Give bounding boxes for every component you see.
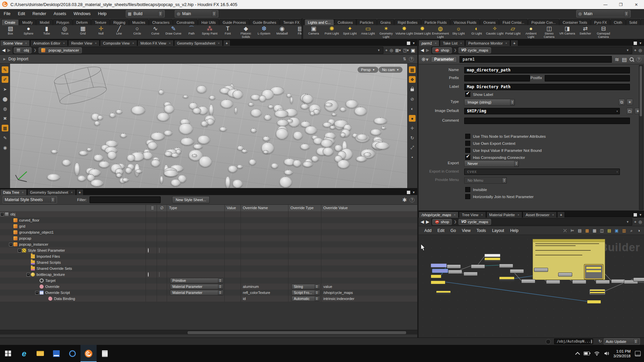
checkbox-icon[interactable] [465, 194, 470, 199]
tree-row[interactable]: −obj [0, 211, 417, 217]
vop-node-24[interactable] [590, 289, 605, 295]
vop-node-4[interactable] [436, 291, 451, 294]
start-button[interactable] [0, 345, 16, 362]
override-type-select[interactable]: Automatic▲▼ [291, 296, 320, 301]
pane-tab-performance-monitor[interactable]: Performance Monitor× [465, 40, 510, 46]
export-context-field[interactable]: cvex▾ [464, 169, 620, 175]
shelf-tab-populate-con[interactable]: Populate Con... [528, 19, 559, 25]
taskbar-edge[interactable]: e [16, 345, 32, 362]
sliders-icon[interactable]: ≋ [614, 56, 619, 63]
help-icon[interactable]: ? [636, 57, 641, 62]
battery-icon[interactable] [584, 352, 590, 355]
shelf-tab-modify[interactable]: Modify [19, 19, 36, 25]
export-select[interactable]: Never▲▼ [464, 160, 519, 167]
shelf-tool-portal-light[interactable]: ▱Portal Light [504, 25, 522, 36]
tree-row[interactable]: Data BindingidAutomatic▲▼intrinsic:index… [0, 296, 417, 302]
checkbox-icon[interactable] [465, 187, 470, 192]
pane-tab-data-tree[interactable]: Data Tree× [0, 189, 27, 195]
shelf-tab-cloth[interactable]: Cloth [610, 19, 626, 25]
viewport-tool-icon-3[interactable]: ⬤ [2, 96, 8, 102]
pin-icon[interactable]: ⌖ [634, 48, 637, 53]
shelf-tab-collisions[interactable]: Collisions [334, 19, 356, 25]
vop-node-12[interactable] [499, 277, 515, 281]
menu-render[interactable]: Render [29, 11, 50, 16]
shelf-set-combo[interactable]: ◎Main▲▼ [175, 10, 218, 17]
label-field[interactable]: Map Directory Path [464, 84, 630, 90]
new-pane-tab-button[interactable]: + [557, 212, 565, 218]
viewport-3d[interactable]: Persp▼ No cam▼ [10, 64, 407, 188]
close-tab-icon[interactable]: × [63, 42, 65, 45]
pin-icon[interactable]: ⌖ [385, 48, 388, 53]
expander-icon[interactable]: − [26, 273, 30, 277]
vop-node-20[interactable] [596, 280, 610, 284]
tree-row[interactable]: OverrideMaterial Parameter▲▼aluminumStri… [0, 284, 417, 290]
filter-input[interactable] [90, 196, 161, 203]
checkbox-icon[interactable] [465, 134, 470, 139]
shelf-tab-rigid-bodies[interactable]: Rigid Bodies [394, 19, 421, 25]
checkbox-icon[interactable] [465, 141, 470, 146]
shelf-tab-viscous-fluids[interactable]: Viscous Fluids [450, 19, 480, 25]
vop-node-21[interactable] [611, 279, 625, 283]
update-mode-select[interactable]: Auto Update▲▼ [604, 338, 640, 345]
pane-menu-icon[interactable]: ▼ [639, 213, 642, 217]
snapshot-icon[interactable]: ▣ [411, 48, 415, 53]
tree-row[interactable]: −Style Sheet Parameter [0, 247, 417, 253]
shelf-tab-characters[interactable]: Characters [149, 19, 173, 25]
forward-icon[interactable]: ▶ [426, 48, 429, 53]
tree-icon[interactable]: ⊨ [570, 228, 575, 233]
image-default-field[interactable]: $HIP/img▾ [464, 108, 620, 114]
shelf-tool-switcher[interactable]: ⇄Switcher [576, 25, 594, 36]
attr-checkbox-1[interactable]: Use Own Export Context [465, 141, 516, 146]
scrollbar-thumb[interactable] [640, 66, 642, 116]
menu-edit[interactable]: Edit [14, 11, 29, 16]
pane-tab-parm1[interactable]: parm1× [419, 40, 439, 46]
vop-node-9[interactable] [484, 254, 500, 257]
taskbar-app-wheel[interactable] [64, 345, 80, 362]
shelf-tab-guide-process[interactable]: Guide Process [219, 19, 249, 25]
tree-row[interactable]: popcap [0, 235, 417, 241]
viewport-tool-icon-1[interactable]: ❖ [409, 76, 416, 83]
shelf-tool-metaball[interactable]: ◉Metaball [273, 25, 291, 36]
net-menu-go[interactable]: Go [447, 228, 459, 233]
vop-node-15[interactable] [534, 268, 548, 272]
pane-tab-animation-editor[interactable]: Animation Editor× [30, 40, 68, 46]
character-menu-icon[interactable]: ◳▾ [403, 48, 409, 53]
viewport-tool-icon-7[interactable]: ↻ [409, 134, 416, 141]
vop-node-10[interactable] [484, 257, 500, 262]
vertical-splitter[interactable] [417, 39, 419, 338]
attr-checkbox-0[interactable]: Use This Node to Set Parameter Attribute… [465, 134, 546, 139]
close-button[interactable]: ✕ [629, 0, 644, 9]
pane-tab-scene-view[interactable]: Scene View× [0, 40, 30, 46]
display-options-icon[interactable]: ◑ [636, 228, 641, 233]
target-flag-icon[interactable] [148, 272, 149, 277]
maximize-button[interactable]: ❐ [613, 0, 629, 9]
shelf-tab-texture[interactable]: Texture [91, 19, 109, 25]
wifi-icon[interactable] [594, 351, 600, 356]
help-icon[interactable]: ? [410, 197, 415, 202]
radar-icon[interactable]: ◎ [639, 48, 642, 53]
shelf-tool-curve[interactable]: ∿Curve [146, 25, 164, 36]
close-tab-icon[interactable]: × [25, 42, 27, 45]
path-dropdown-icon[interactable]: ▼ [626, 220, 631, 224]
expander-icon[interactable]: − [18, 249, 21, 252]
action-center-icon[interactable] [635, 351, 641, 356]
shelf-tab-wires[interactable]: Wires [641, 19, 644, 25]
scene-breadcrumb[interactable]: obj ❯ popcap_instancer ▼ [13, 47, 383, 54]
taskbar-app-blue[interactable] [48, 345, 64, 362]
shelf-tab-pyro-fx[interactable]: Pyro FX [591, 19, 610, 25]
forward-icon[interactable]: ▶ [426, 219, 429, 224]
type-select[interactable]: Material Parameter▲▼ [170, 290, 223, 295]
shelf-tool-distant-light[interactable]: ✹Distant Light [413, 25, 431, 36]
network-tools-icon[interactable]: ⤫ [562, 228, 568, 233]
grid-icon[interactable]: ▦ [592, 228, 597, 233]
shelf-tab-model[interactable]: Model [36, 19, 53, 25]
close-tab-icon[interactable]: × [95, 42, 97, 45]
perspective-menu[interactable]: Persp▼ [358, 67, 378, 73]
clipboard-icon[interactable]: ▤ [622, 56, 627, 63]
new-pane-tab-button[interactable]: + [76, 189, 84, 195]
viewport-tool-icon-2[interactable] [409, 86, 416, 93]
shelf-tool-line[interactable]: ╱Line [110, 25, 128, 36]
shelf-tool-sky-light[interactable]: ☼Sky Light [449, 25, 468, 36]
shelf-tab-polygon[interactable]: Polygon [53, 19, 72, 25]
shelf-tool-grid[interactable]: ▦Grid [74, 25, 92, 36]
